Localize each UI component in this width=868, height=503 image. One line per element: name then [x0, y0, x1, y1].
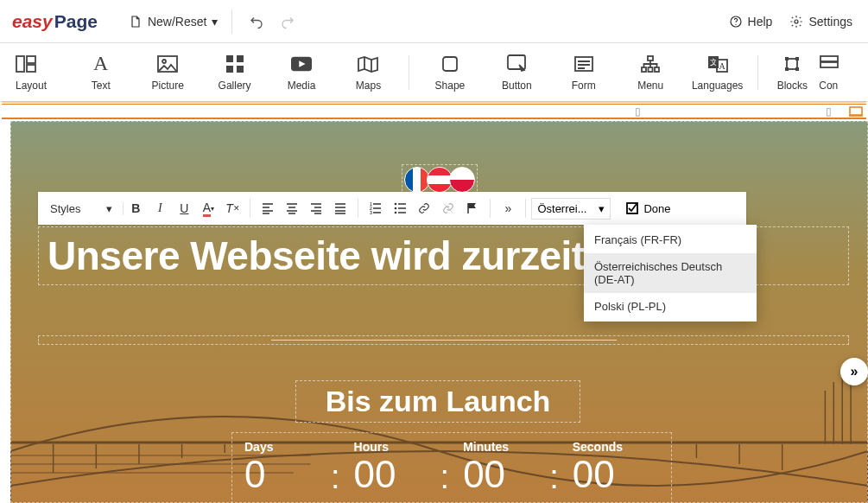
desktop-icon[interactable]	[849, 106, 863, 117]
tool-menu[interactable]: Menu	[617, 54, 683, 92]
clear-format-button[interactable]: T✕	[220, 196, 244, 220]
unlink-button[interactable]	[436, 196, 460, 220]
svg-text:3: 3	[370, 210, 372, 214]
help-icon	[729, 15, 743, 29]
tool-label: Media	[288, 80, 316, 92]
tool-text[interactable]: A Text	[67, 54, 134, 92]
tool-label: Menu	[637, 80, 663, 92]
svg-rect-16	[648, 56, 653, 60]
countdown-block[interactable]: Days 0 : Hours 00 : Minutes 00 : Seconds…	[231, 432, 672, 503]
tool-label: Blocks	[777, 80, 808, 92]
tool-picture[interactable]: Picture	[134, 54, 200, 92]
countdown-label: Seconds	[573, 440, 623, 454]
tool-form[interactable]: Form	[550, 54, 617, 92]
subheading-block[interactable]: Bis zum Launch	[295, 380, 580, 423]
tool-layout[interactable]: Layout	[16, 54, 67, 92]
help-label: Help	[748, 15, 773, 29]
new-reset-label: New/Reset	[148, 15, 206, 29]
top-bar: easy Page New/Reset ▾ Help Se	[0, 0, 868, 43]
styles-dropdown[interactable]: Styles ▾	[45, 202, 124, 215]
done-button[interactable]: Done	[619, 199, 677, 219]
button-icon	[506, 54, 527, 74]
phone-icon[interactable]: ▯	[635, 105, 641, 118]
svg-point-1	[735, 23, 736, 24]
svg-rect-4	[27, 56, 35, 63]
device-icons: ▯ ▯	[635, 105, 832, 118]
more-button[interactable]: »	[496, 196, 520, 220]
underline-button[interactable]: U	[172, 196, 196, 220]
svg-point-51	[395, 207, 397, 210]
tool-maps[interactable]: Maps	[335, 54, 402, 92]
countdown-colon: :	[549, 440, 573, 496]
tool-shape[interactable]: Shape	[416, 54, 483, 92]
settings-label: Settings	[808, 15, 852, 29]
divider-block[interactable]	[38, 335, 849, 345]
tool-languages[interactable]: 文A Languages	[684, 54, 751, 92]
tool-label: Button	[502, 80, 532, 92]
svg-point-52	[395, 212, 397, 214]
countdown-label: Hours	[354, 440, 389, 454]
tool-label: Layout	[16, 80, 47, 92]
settings-button[interactable]: Settings	[781, 15, 861, 29]
align-left-button[interactable]	[256, 196, 280, 220]
main-toolbar: Layout A Text Picture Gallery Media Maps…	[0, 43, 868, 102]
page-subheading: Bis zum Launch	[305, 385, 571, 418]
svg-point-2	[795, 20, 798, 23]
tablet-icon[interactable]: ▯	[826, 105, 832, 118]
italic-button[interactable]: I	[148, 196, 172, 220]
divider-line	[271, 340, 617, 341]
done-label: Done	[643, 202, 670, 215]
tool-blocks[interactable]: Blocks	[765, 54, 819, 92]
form-icon	[573, 54, 594, 74]
svg-rect-3	[16, 56, 24, 72]
dropdown-item-pl[interactable]: Polski (PL-PL)	[584, 293, 757, 320]
expand-panel-button[interactable]: »	[840, 358, 868, 385]
tool-label: Picture	[151, 80, 183, 92]
language-selected: Österrei...	[537, 202, 586, 215]
dropdown-item-de-at[interactable]: Österreichisches Deutsch (DE-AT)	[584, 253, 757, 293]
svg-rect-25	[785, 57, 789, 60]
tool-label: Maps	[356, 80, 381, 92]
new-reset-button[interactable]: New/Reset ▾	[122, 10, 232, 34]
countdown-minutes: Minutes 00	[463, 440, 549, 495]
svg-rect-11	[237, 66, 244, 73]
flag-poland[interactable]	[449, 167, 475, 193]
unordered-list-button[interactable]	[388, 196, 412, 220]
checkbox-icon	[626, 202, 638, 214]
gallery-icon	[225, 54, 245, 74]
svg-rect-18	[649, 67, 653, 72]
tool-containers[interactable]: Con	[819, 54, 852, 92]
undo-button[interactable]	[241, 6, 272, 37]
align-center-button[interactable]	[280, 196, 304, 220]
countdown-value: 00	[573, 454, 615, 495]
svg-rect-27	[785, 67, 789, 71]
countdown-colon: :	[440, 440, 464, 496]
styles-label: Styles	[50, 202, 80, 215]
svg-text:A: A	[719, 61, 725, 71]
flag-button[interactable]	[460, 196, 485, 220]
redo-button[interactable]	[272, 6, 303, 37]
logo-text-easy: easy	[12, 11, 53, 32]
ordered-list-button[interactable]: 123	[364, 196, 388, 220]
svg-point-50	[395, 203, 397, 206]
svg-rect-28	[795, 67, 799, 71]
text-icon: A	[91, 54, 111, 74]
layout-icon	[16, 54, 36, 74]
align-justify-button[interactable]	[328, 196, 352, 220]
help-button[interactable]: Help	[720, 15, 782, 29]
tool-media[interactable]: Media	[268, 54, 334, 92]
bold-button[interactable]: B	[124, 196, 148, 220]
tool-gallery[interactable]: Gallery	[201, 54, 268, 92]
media-icon	[291, 54, 312, 74]
editor-language-dropdown[interactable]: Österrei... ▾	[531, 198, 611, 220]
dropdown-item-fr[interactable]: Français (FR-FR)	[584, 226, 757, 253]
link-button[interactable]	[412, 196, 436, 220]
align-right-button[interactable]	[304, 196, 328, 220]
countdown-value: 00	[463, 454, 505, 495]
svg-rect-30	[820, 62, 838, 67]
tool-button[interactable]: Button	[484, 54, 550, 92]
gear-icon	[789, 15, 803, 29]
font-color-button[interactable]: A▾	[196, 196, 220, 220]
svg-rect-14	[508, 55, 525, 69]
blocks-icon	[782, 54, 802, 74]
